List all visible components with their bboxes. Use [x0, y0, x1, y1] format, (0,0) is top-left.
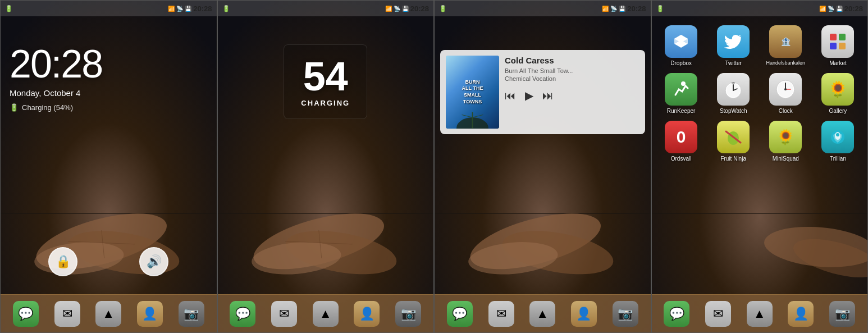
sd-icon-3: 💾 — [619, 6, 625, 12]
dock-2-mail[interactable]: ✉ — [271, 301, 297, 327]
dock-4-mail[interactable]: ✉ — [705, 301, 731, 327]
dock-mail[interactable]: ✉ — [54, 301, 80, 327]
dock-4: 💬 ✉ ▲ 👤 📷 — [652, 294, 868, 332]
status-time-1: 20:28 — [193, 4, 212, 13]
fruitninja-icon — [717, 121, 750, 153]
wifi-icon-3: 📶 — [602, 6, 609, 12]
svg-line-21 — [462, 115, 473, 117]
music-info: Cold Caress Burn All The Small Tow... Ch… — [505, 56, 639, 102]
signal-icon: 📡 — [176, 6, 183, 12]
svg-rect-33 — [830, 43, 837, 49]
prev-button[interactable]: ⏮ — [505, 89, 516, 102]
dock-3-contacts[interactable]: 👤 — [571, 301, 597, 327]
market-label: Market — [829, 60, 847, 66]
signal-icon-4: 📡 — [828, 6, 834, 12]
dock-2-camera[interactable]: 📷 — [395, 301, 421, 327]
charging-label: CHARGING — [301, 99, 350, 107]
app-runkeeper[interactable]: RunKeeper — [656, 71, 706, 116]
app-trillian[interactable]: Trillian — [813, 118, 863, 164]
svg-rect-32 — [839, 34, 846, 40]
lock-buttons: 🔒 🔊 — [1, 247, 217, 276]
status-time-2: 20:28 — [410, 4, 429, 13]
dock-4-camera[interactable]: 📷 — [829, 301, 855, 327]
dock-3: 💬 ✉ ▲ 👤 📷 — [435, 294, 651, 332]
dock-2-launcher[interactable]: ▲ — [313, 301, 339, 327]
dock-2-contacts[interactable]: 👤 — [354, 301, 380, 327]
wifi-icon: 📶 — [168, 6, 175, 12]
svg-rect-31 — [830, 34, 837, 40]
dock-4-messages[interactable]: 💬 — [664, 301, 689, 327]
dock-launcher[interactable]: ▲ — [95, 301, 121, 327]
dock-4-launcher[interactable]: ▲ — [747, 301, 773, 327]
minisquad-icon: 🌻 — [769, 121, 802, 153]
music-controls: ⏮ ▶ ⏭ — [505, 89, 639, 102]
lockscreen: 🔋 📶 📡 💾 20:28 20:28 Monday, October 4 🔋 … — [0, 0, 217, 333]
dock-camera[interactable]: 📷 — [179, 301, 204, 327]
music-artist: Chemical Vocation — [505, 75, 639, 82]
ordsvall-icon: 0 — [665, 121, 697, 153]
charging-screen: 🔋 📶 📡 💾 20:28 54 CHARGING 💬 ✉ ▲ 👤 📷 — [217, 0, 435, 333]
sd-icon: 💾 — [185, 6, 191, 12]
app-handelsbankalen[interactable]: 🏦 Handelsbankalen — [761, 23, 811, 69]
signal-icon-3: 📡 — [610, 6, 617, 12]
homescreen: 🔋 📶 📡 💾 20:28 Dropbox — [651, 0, 869, 333]
ordsvall-label: Ordsvall — [671, 156, 692, 162]
music-screen: 🔋 📶 📡 💾 20:28 BURNALL THESMALLTOWNS — [434, 0, 651, 333]
svg-line-22 — [473, 115, 483, 117]
trillian-label: Trillian — [830, 156, 846, 162]
clock-label: Clock — [779, 108, 793, 114]
app-clock[interactable]: Clock — [761, 71, 811, 116]
dock-3-mail[interactable]: ✉ — [488, 301, 514, 327]
music-title: Cold Caress — [505, 56, 639, 65]
battery-icon-2: 🔋 — [222, 5, 230, 12]
sd-icon-4: 💾 — [836, 6, 843, 12]
trillian-icon — [821, 121, 854, 153]
dock-1: 💬 ✉ ▲ 👤 📷 — [1, 294, 217, 332]
runkeeper-label: RunKeeper — [667, 108, 696, 114]
battery-charging-icon: 🔋 — [10, 103, 19, 112]
app-gallery[interactable]: 🌻 Gallery — [813, 71, 863, 116]
svg-point-46 — [784, 88, 787, 90]
lock-unlock-button[interactable]: 🔒 — [48, 247, 77, 276]
app-market[interactable]: Market — [813, 23, 863, 69]
app-fruitninja[interactable]: Fruit Ninja — [709, 118, 759, 164]
battery-percent: 54 — [301, 56, 350, 97]
music-album: Burn All The Small Tow... — [505, 67, 639, 74]
market-icon — [821, 25, 854, 58]
svg-point-35 — [681, 81, 686, 86]
dock-messages[interactable]: 💬 — [13, 301, 39, 327]
wifi-icon-4: 📶 — [819, 6, 826, 12]
dock-3-camera[interactable]: 📷 — [613, 301, 638, 327]
svg-rect-34 — [839, 43, 846, 49]
dock-3-launcher[interactable]: ▲ — [529, 301, 555, 327]
dock-3-messages[interactable]: 💬 — [447, 301, 473, 327]
status-bar-3: 🔋 📶 📡 💾 20:28 — [435, 1, 651, 16]
dock-2-messages[interactable]: 💬 — [230, 301, 255, 327]
music-content: BURNALL THESMALLTOWNS Cold Caress Burn A… — [435, 16, 651, 134]
minisquad-label: MiniSquad — [773, 156, 799, 162]
dropbox-icon — [665, 25, 697, 58]
sd-icon-2: 💾 — [402, 6, 409, 12]
album-art-text: BURNALL THESMALLTOWNS — [462, 79, 483, 106]
dock-4-contacts[interactable]: 👤 — [788, 301, 814, 327]
app-grid-container: Dropbox Twitter 🏦 Handelsbankalen — [652, 16, 868, 168]
lock-time: 20:28 — [10, 44, 208, 84]
twitter-label: Twitter — [725, 60, 741, 66]
fruitninja-label: Fruit Ninja — [720, 156, 746, 162]
screens-container: 🔋 📶 📡 💾 20:28 20:28 Monday, October 4 🔋 … — [0, 0, 868, 333]
app-ordsvall[interactable]: 0 Ordsvall — [656, 118, 706, 164]
lock-silent-button[interactable]: 🔊 — [139, 247, 168, 276]
app-twitter[interactable]: Twitter — [709, 23, 759, 69]
status-bar-2: 🔋 📶 📡 💾 20:28 — [218, 1, 434, 16]
app-minisquad[interactable]: 🌻 MiniSquad — [761, 118, 811, 164]
app-grid: Dropbox Twitter 🏦 Handelsbankalen — [656, 23, 864, 164]
next-button[interactable]: ⏭ — [542, 89, 554, 102]
play-button[interactable]: ▶ — [525, 89, 533, 102]
twitter-icon — [717, 25, 750, 58]
app-dropbox[interactable]: Dropbox — [656, 23, 706, 69]
battery-icon-3: 🔋 — [439, 5, 447, 12]
sound-icon: 🔊 — [147, 254, 162, 269]
dock-contacts[interactable]: 👤 — [137, 301, 163, 327]
lock-battery: 🔋 Charging (54%) — [10, 103, 208, 112]
app-stopwatch[interactable]: StopWatch — [709, 71, 759, 116]
